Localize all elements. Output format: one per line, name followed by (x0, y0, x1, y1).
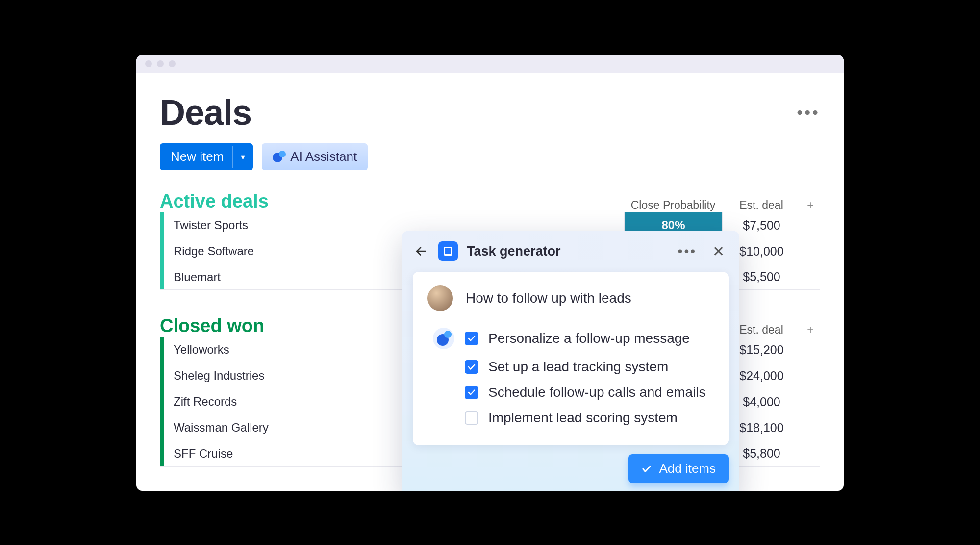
ai-assistant-button[interactable]: AI Assistant (262, 143, 368, 170)
task-generator-modal: Task generator ••• ✕ How to follow up wi… (402, 231, 739, 491)
row-extra-cell (801, 264, 820, 289)
deal-name[interactable]: Twister Sports (164, 212, 414, 238)
task-type-icon (438, 241, 458, 261)
deal-name[interactable]: Zift Records (164, 389, 414, 415)
window-dot (157, 60, 164, 67)
task-item: Implement lead scoring system (427, 405, 714, 431)
row-extra-cell (801, 441, 820, 466)
chevron-down-icon[interactable]: ▾ (232, 146, 253, 168)
add-column-icon[interactable]: + (801, 199, 820, 212)
ai-sparkle-icon (433, 328, 454, 349)
column-headers: Close Probability Est. deal + (624, 199, 820, 212)
app-window: Deals ••• New item ▾ AI Assistant Active… (136, 55, 844, 491)
page-more-icon[interactable]: ••• (797, 103, 820, 122)
row-extra-cell (801, 238, 820, 264)
ai-sparkle-icon (273, 151, 285, 163)
modal-title: Task generator (467, 244, 666, 259)
add-column-icon[interactable]: + (801, 323, 820, 337)
row-extra-cell (801, 212, 820, 238)
titlebar (136, 55, 844, 73)
task-checkbox[interactable] (465, 411, 478, 425)
new-item-label: New item (160, 143, 232, 170)
user-avatar (427, 285, 453, 311)
add-items-button[interactable]: Add items (628, 454, 729, 483)
deal-name[interactable]: Yelloworks (164, 337, 414, 363)
row-extra-cell (801, 363, 820, 389)
task-label: Schedule follow-up calls and emails (488, 385, 706, 400)
row-accent (160, 363, 164, 389)
page-title: Deals (160, 92, 251, 132)
row-accent (160, 337, 164, 363)
check-icon (641, 464, 652, 474)
ai-assistant-label: AI Assistant (290, 149, 357, 164)
row-extra-cell (801, 415, 820, 441)
row-accent (160, 415, 164, 441)
close-icon[interactable]: ✕ (708, 243, 729, 260)
window-dot (169, 60, 176, 67)
row-accent (160, 212, 164, 238)
modal-more-icon[interactable]: ••• (675, 243, 700, 259)
row-accent (160, 389, 164, 415)
row-accent (160, 441, 164, 466)
task-label: Personalize a follow-up message (488, 331, 690, 346)
deal-name[interactable]: Sheleg Industries (164, 363, 414, 389)
window-dot (145, 60, 152, 67)
task-item: Set up a lead tracking system (427, 354, 714, 380)
deal-name[interactable]: Bluemart (164, 264, 414, 289)
row-extra-cell (801, 389, 820, 415)
deal-name[interactable]: SFF Cruise (164, 441, 414, 466)
deal-name[interactable]: Ridge Software (164, 238, 414, 264)
task-item: Schedule follow-up calls and emails (427, 380, 714, 405)
row-accent (160, 238, 164, 264)
row-accent (160, 264, 164, 289)
task-label: Implement lead scoring system (488, 410, 678, 426)
task-label: Set up a lead tracking system (488, 359, 668, 375)
prompt-text: How to follow up with leads (466, 290, 631, 306)
deal-name[interactable]: Waissman Gallery (164, 415, 414, 441)
task-checkbox[interactable] (465, 386, 478, 399)
new-item-button[interactable]: New item ▾ (160, 143, 253, 170)
group-title-active[interactable]: Active deals (160, 191, 624, 212)
task-checkbox[interactable] (465, 332, 478, 345)
add-items-label: Add items (659, 461, 716, 476)
column-est-deal[interactable]: Est. deal (722, 199, 801, 212)
row-extra-cell (801, 337, 820, 363)
task-item: Personalize a follow-up message (427, 323, 714, 354)
back-arrow-icon[interactable] (413, 243, 429, 260)
task-checkbox[interactable] (465, 360, 478, 374)
column-close-probability[interactable]: Close Probability (624, 199, 722, 212)
